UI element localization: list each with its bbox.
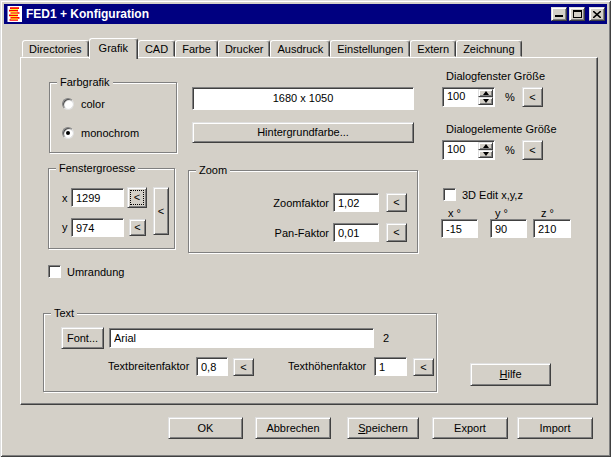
zoomfaktor-history-button[interactable]: < — [386, 193, 407, 212]
dialogelemente-label: Dialogelemente Größe — [446, 123, 557, 135]
down-arrow-icon — [483, 99, 489, 103]
tab-drucker[interactable]: Drucker — [218, 40, 271, 57]
textbreitenfaktor-input[interactable] — [196, 357, 228, 376]
dialogelemente-history-button[interactable]: < — [522, 140, 543, 160]
ok-button[interactable]: OK — [168, 417, 243, 439]
spin-up-button[interactable] — [478, 142, 493, 150]
app-spring-icon — [6, 6, 22, 22]
window-title: FED1 + Konfiguration — [26, 7, 549, 21]
panfaktor-history-button[interactable]: < — [386, 223, 407, 242]
font-number-value: 2 — [383, 332, 389, 344]
window-x-input[interactable] — [71, 188, 124, 207]
farbgrafik-group: Farbgrafik color monochrom — [49, 82, 177, 153]
dialogfenster-size-value[interactable]: 100 — [443, 88, 478, 106]
tab-zeichnung[interactable]: Zeichnung — [456, 40, 521, 57]
save-button[interactable]: Speichern — [347, 417, 419, 439]
texthoehenfaktor-history-button[interactable]: < — [413, 358, 434, 376]
text-group-title: Text — [51, 307, 77, 319]
minimize-button[interactable] — [551, 7, 567, 21]
cancel-button[interactable]: Abbrechen — [255, 417, 331, 439]
titlebar[interactable]: FED1 + Konfiguration — [4, 4, 607, 24]
dialogelemente-size-value[interactable]: 100 — [443, 141, 478, 159]
tab-cad[interactable]: CAD — [138, 40, 175, 57]
resolution-display: 1680 x 1050 — [192, 87, 414, 110]
window-x-label: x — [62, 192, 68, 204]
window-y-history-button[interactable]: < — [129, 219, 146, 236]
panfaktor-label: Pan-Faktor — [249, 227, 329, 239]
dialogfenster-unit: % — [505, 91, 515, 103]
tab-extern[interactable]: Extern — [410, 40, 456, 57]
monochrom-radio[interactable] — [62, 127, 74, 139]
help-button[interactable]: Hilfe — [470, 363, 551, 386]
font-button[interactable]: Font... — [61, 327, 104, 349]
dialogfenster-size-spinner: 100 — [442, 87, 495, 107]
spin-down-button[interactable] — [478, 150, 493, 158]
panfaktor-input[interactable] — [333, 223, 379, 242]
zoomfaktor-input[interactable] — [333, 193, 379, 212]
angle-x-label: x ° — [448, 207, 461, 219]
texthoehenfaktor-input[interactable] — [374, 357, 407, 376]
dialogfenster-label: Dialogfenster Größe — [446, 70, 545, 82]
font-name-input[interactable] — [109, 328, 374, 348]
maximize-icon — [573, 10, 582, 18]
fenstergroesse-group-title: Fenstergroesse — [56, 162, 138, 174]
up-arrow-icon — [483, 91, 489, 95]
tab-farbe[interactable]: Farbe — [175, 40, 218, 57]
umrandung-checkbox[interactable] — [48, 265, 61, 278]
angle-z-label: z ° — [541, 207, 554, 219]
angle-y-input[interactable] — [490, 219, 527, 238]
edit3d-checkbox[interactable] — [443, 188, 456, 201]
angle-x-input[interactable] — [441, 219, 478, 238]
angle-z-input[interactable] — [533, 219, 571, 238]
dialog-window: FED1 + Konfiguration Directories Grafik … — [0, 0, 611, 457]
close-button[interactable] — [589, 7, 605, 21]
background-color-button[interactable]: Hintergrundfarbe... — [192, 122, 414, 143]
text-group: Text Font... 2 Textbreitenfaktor < Texth… — [43, 313, 437, 392]
export-button[interactable]: Export — [432, 417, 508, 439]
tab-ausdruck[interactable]: Ausdruck — [270, 40, 330, 57]
spinner-buttons — [478, 88, 494, 106]
tab-strip: Directories Grafik CAD Farbe Drucker Aus… — [22, 37, 522, 58]
color-radio[interactable] — [62, 98, 74, 110]
minimize-icon — [555, 15, 563, 17]
import-button[interactable]: Import — [517, 417, 593, 439]
maximize-button[interactable] — [569, 7, 585, 21]
window-xy-history-button[interactable]: < — [153, 187, 169, 235]
textbreitenfaktor-history-button[interactable]: < — [233, 358, 254, 376]
window-x-history-button[interactable]: < — [127, 187, 147, 208]
texthoehenfaktor-label: Texthöhenfaktor — [288, 360, 366, 372]
spin-up-button[interactable] — [478, 89, 493, 97]
farbgrafik-group-title: Farbgrafik — [57, 76, 113, 88]
fenstergroesse-group: Fenstergroesse x < y < < — [48, 168, 175, 249]
spin-down-button[interactable] — [478, 97, 493, 105]
edit3d-label: 3D Edit x,y,z — [462, 189, 523, 201]
zoomfaktor-label: Zoomfaktor — [249, 197, 329, 209]
dialogfenster-history-button[interactable]: < — [522, 87, 543, 107]
dialogelemente-size-spinner: 100 — [442, 140, 495, 160]
color-radio-label: color — [81, 98, 105, 110]
angle-y-label: y ° — [495, 207, 508, 219]
tab-directories[interactable]: Directories — [22, 40, 89, 57]
monochrom-radio-label: monochrom — [81, 127, 139, 139]
down-arrow-icon — [483, 152, 489, 156]
window-y-input[interactable] — [71, 218, 124, 237]
zoom-group: Zoom Zoomfaktor < Pan-Faktor < — [188, 170, 418, 253]
radio-selected-dot — [66, 131, 70, 135]
zoom-group-title: Zoom — [196, 164, 230, 176]
dialogelemente-unit: % — [505, 144, 515, 156]
spinner-buttons — [478, 141, 494, 159]
umrandung-label: Umrandung — [67, 266, 124, 278]
textbreitenfaktor-label: Textbreitenfaktor — [108, 360, 189, 372]
close-icon — [593, 11, 601, 18]
up-arrow-icon — [483, 144, 489, 148]
tab-einstellungen[interactable]: Einstellungen — [330, 40, 410, 57]
window-y-label: y — [62, 221, 68, 233]
tab-grafik[interactable]: Grafik — [89, 38, 138, 59]
